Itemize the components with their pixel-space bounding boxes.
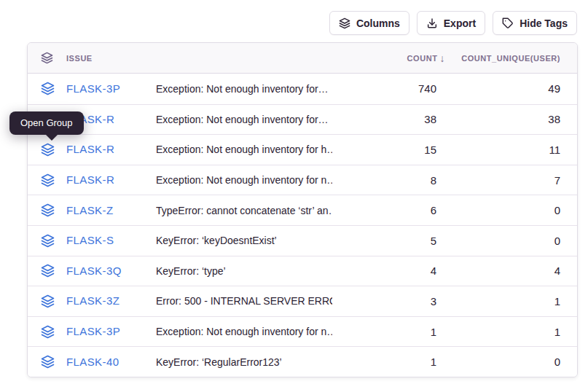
columns-button[interactable]: Columns xyxy=(329,11,409,35)
issue-link[interactable]: FLASK-R xyxy=(66,173,114,186)
count-unique-value: 1 xyxy=(458,295,577,307)
open-group-tooltip: Open Group xyxy=(9,111,84,135)
table-header-row: ISSUE COUNT ↓ COUNT_UNIQUE(USER) xyxy=(28,43,577,74)
issue-link[interactable]: FLASK-3P xyxy=(66,82,120,95)
count-value: 6 xyxy=(332,204,458,216)
table-row[interactable]: FLASK-3Q KeyError: ‘type’ 4 4 xyxy=(28,256,577,286)
count-unique-value: 1 xyxy=(458,326,577,338)
layers-icon[interactable] xyxy=(41,325,55,339)
issue-link[interactable]: FLASK-R xyxy=(66,143,114,155)
count-unique-value: 0 xyxy=(458,235,577,247)
layers-icon[interactable] xyxy=(41,82,55,95)
table-row[interactable]: FLASK-Z TypeError: cannot concatenate ‘s… xyxy=(28,195,577,225)
issue-title: Exception: Not enough inventory for n… xyxy=(156,174,332,186)
layers-icon[interactable] xyxy=(41,143,55,157)
issue-link[interactable]: FLASK-3Q xyxy=(66,264,122,277)
issue-title: Exception: Not enough inventory for h… xyxy=(156,144,332,155)
table-row[interactable]: FLASK-3P Exception: Not enough inventory… xyxy=(28,316,577,347)
issue-title: TypeError: cannot concatenate ‘str’ an… xyxy=(156,205,332,216)
issue-title: Exception: Not enough inventory for… xyxy=(156,114,332,125)
export-button[interactable]: Export xyxy=(417,11,485,35)
layers-icon[interactable] xyxy=(41,203,55,217)
count-value: 4 xyxy=(332,264,458,277)
sort-desc-icon: ↓ xyxy=(439,53,445,63)
issue-title: Exception: Not enough inventory for… xyxy=(156,83,332,95)
count-value: 8 xyxy=(332,174,458,187)
count-value: 5 xyxy=(332,235,458,247)
count-value: 3 xyxy=(332,295,458,307)
issue-title: Error: 500 - INTERNAL SERVER ERROR xyxy=(156,295,332,307)
issue-link[interactable]: FLASK-3Z xyxy=(66,294,119,307)
layers-icon[interactable] xyxy=(41,264,55,278)
count-unique-value: 4 xyxy=(458,264,577,277)
hide-tags-button-label: Hide Tags xyxy=(520,17,568,29)
layers-icon[interactable] xyxy=(41,355,55,369)
table-row[interactable]: FLASK-3P Exception: Not enough inventory… xyxy=(28,74,577,104)
tag-icon xyxy=(502,17,514,29)
count-value: 1 xyxy=(332,356,458,368)
count-unique-value: 11 xyxy=(458,144,577,156)
export-button-label: Export xyxy=(444,17,476,29)
count-unique-value: 38 xyxy=(458,113,577,125)
columns-button-label: Columns xyxy=(356,17,400,29)
issue-title: KeyError: ‘type’ xyxy=(156,265,332,277)
count-unique-value: 49 xyxy=(458,82,577,95)
count-value: 1 xyxy=(332,326,458,338)
issue-title: Exception: Not enough inventory for n… xyxy=(156,326,332,337)
issue-title: KeyError: ‘RegularError123’ xyxy=(156,356,332,368)
issue-link[interactable]: FLASK-S xyxy=(66,234,114,246)
hide-tags-button[interactable]: Hide Tags xyxy=(493,11,577,35)
issue-title: KeyError: ‘keyDoesntExist’ xyxy=(156,235,332,246)
table-row[interactable]: FLASK-3Z Error: 500 - INTERNAL SERVER ER… xyxy=(28,286,577,316)
issue-link[interactable]: FLASK-3P xyxy=(66,325,120,337)
table-body: FLASK-3P Exception: Not enough inventory… xyxy=(28,74,577,377)
layers-icon xyxy=(28,52,60,64)
layers-icon[interactable] xyxy=(41,294,55,308)
layers-icon[interactable] xyxy=(41,234,55,248)
toolbar: Columns Export Hide Tags xyxy=(329,11,577,35)
issue-link[interactable]: FLASK-40 xyxy=(66,356,119,368)
table-row[interactable]: FLASK-R Exception: Not enough inventory … xyxy=(28,165,577,195)
count-value: 38 xyxy=(332,113,458,125)
table-row[interactable]: FLASK-R Exception: Not enough inventory … xyxy=(28,134,577,165)
column-header-count-unique[interactable]: COUNT_UNIQUE(USER) xyxy=(458,54,577,63)
count-unique-value: 0 xyxy=(458,204,577,216)
issues-table: ISSUE COUNT ↓ COUNT_UNIQUE(USER) FLASK-3… xyxy=(27,42,578,377)
tooltip-label: Open Group xyxy=(20,117,73,128)
download-icon xyxy=(426,17,438,29)
layers-icon[interactable] xyxy=(41,173,55,187)
issue-link[interactable]: FLASK-Z xyxy=(66,204,113,216)
column-header-count[interactable]: COUNT ↓ xyxy=(332,53,458,63)
count-value: 15 xyxy=(332,144,458,156)
table-row[interactable]: FLASK-40 KeyError: ‘RegularError123’ 1 0 xyxy=(28,346,577,377)
count-value: 740 xyxy=(332,82,458,95)
layers-icon xyxy=(339,17,350,29)
table-row[interactable]: FLASK-S KeyError: ‘keyDoesntExist’ 5 0 xyxy=(28,225,577,256)
count-unique-value: 7 xyxy=(458,174,577,187)
table-row[interactable]: FLASK-R Exception: Not enough inventory … xyxy=(28,104,577,135)
column-header-issue[interactable]: ISSUE xyxy=(60,54,156,63)
count-unique-value: 0 xyxy=(458,356,577,368)
